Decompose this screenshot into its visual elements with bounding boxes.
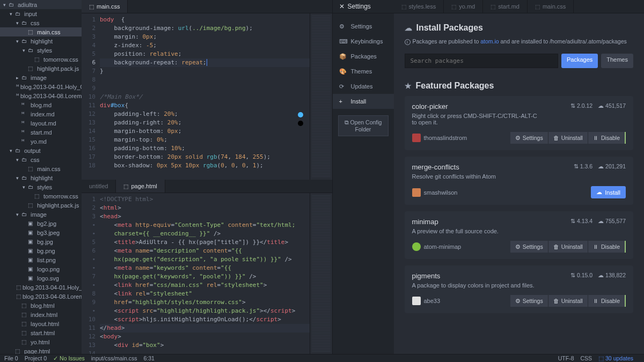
panel-tab[interactable]: ⬚yo.md [444, 0, 483, 13]
tree-item[interactable]: ⬚blog.2013-04-01.Holy_Gr... [0, 283, 82, 292]
html-icon: ⬚ [123, 183, 128, 189]
status-project[interactable]: Project 0 [25, 355, 47, 361]
disable-button[interactable]: ⏸Disable [588, 241, 626, 253]
tree-item[interactable]: ▾🗀highlight [0, 173, 82, 182]
tree-item[interactable]: ▣bg3.jpeg [0, 228, 82, 237]
tree-item[interactable]: ▾🗀input [0, 9, 82, 18]
package-name[interactable]: minimap [412, 218, 438, 226]
tree-item[interactable]: ⬚index.html [0, 310, 82, 319]
tree-item[interactable]: ▾🗀image [0, 210, 82, 219]
editor-pane-bottom[interactable]: 123••56••7•89•1011121314 <!DOCTYPE html>… [82, 193, 332, 354]
tree-item[interactable]: ⬚main.css [0, 164, 82, 173]
panel-tab[interactable]: ⬚start.md [483, 0, 528, 13]
tree-item[interactable]: ⬚highlight.pack.js [0, 64, 82, 73]
tree-item[interactable]: ⬚start.html [0, 328, 82, 337]
tree-item[interactable]: ⬚main.css [0, 27, 82, 36]
tree-item[interactable]: ⬚highlight.pack.js [0, 201, 82, 210]
tree-item[interactable]: ▾🗀css [0, 155, 82, 164]
settings-tab[interactable]: ✕Settings [333, 0, 394, 13]
status-cursor: 6:31 [144, 355, 155, 361]
tree-item[interactable]: ⬚layout.html [0, 319, 82, 328]
tree-item[interactable]: ▣list.png [0, 255, 82, 264]
gear-icon: ⚙ [515, 243, 521, 250]
package-name[interactable]: merge-conflicts [412, 163, 459, 171]
panel-tab[interactable]: ⬚styles.less [394, 0, 444, 13]
search-input[interactable] [405, 54, 558, 68]
tree-item[interactable]: ⬚yo.html [0, 337, 82, 346]
tree-item[interactable]: ᴹblog.2013-04-08.Lorem_I... [0, 91, 82, 100]
tree-item[interactable]: ⬚blog.html [0, 301, 82, 310]
open-config-button[interactable]: ⧉ Open Config Folder [338, 115, 389, 136]
tree-item[interactable]: ᴹstart.md [0, 128, 82, 137]
uninstall-button[interactable]: 🗑Uninstall [548, 132, 588, 144]
themes-icon: 🎨 [339, 68, 348, 75]
package-author[interactable]: smashwilson [412, 188, 458, 197]
tree-item[interactable]: ▣bg.png [0, 246, 82, 255]
filter-packages-button[interactable]: Packages [561, 54, 598, 68]
settings-nav-packages[interactable]: 📦Packages [333, 49, 394, 64]
minimap[interactable] [310, 13, 332, 180]
tree-item[interactable]: ᴹyo.md [0, 137, 82, 146]
tree-item[interactable]: ᴹblog.2013-04-01.Holy_Gr... [0, 82, 82, 91]
editor-pane-top[interactable]: 123456789101112131415161718 body { backg… [82, 13, 332, 180]
tree-item[interactable]: ▾🗀output [0, 146, 82, 155]
package-author[interactable]: abe33 [412, 297, 441, 305]
tree-item[interactable]: ⬚tomorrow.css [0, 55, 82, 64]
settings-nav-install[interactable]: +Install [333, 94, 394, 109]
tree-item[interactable]: ▣logo.svg [0, 274, 82, 283]
tree-item[interactable]: ⬚tomorrow.css [0, 191, 82, 201]
package-name[interactable]: pigments [412, 272, 441, 280]
code-area[interactable]: body { background-image: url(../image/bg… [100, 13, 310, 180]
folder-icon: 🗀 [21, 211, 29, 217]
settings-button[interactable]: ⚙Settings [510, 241, 548, 253]
tree-label: list.png [37, 257, 56, 263]
disable-button[interactable]: ⏸Disable [588, 295, 626, 307]
tree-item[interactable]: ⬚blog.2013-04-08.Lorem_I... [0, 292, 82, 301]
status-file[interactable]: File 0 [4, 355, 18, 361]
file-tree[interactable]: ▾🗀adiultra▾🗀input▾🗀css⬚main.css▾🗀highlig… [0, 0, 82, 354]
nav-label: Install [351, 98, 367, 105]
tree-item[interactable]: ᴹindex.md [0, 109, 82, 119]
tree-item[interactable]: ▾🗀css [0, 18, 82, 27]
tree-item[interactable]: ᴹlayout.md [0, 119, 82, 128]
tree-item[interactable]: ▾🗀adiultra [0, 0, 82, 9]
status-encoding[interactable]: UTF-8 [558, 355, 574, 361]
tree-item[interactable]: ⬚page.html [0, 346, 82, 354]
tree-item[interactable]: ▣bg.jpg [0, 237, 82, 246]
editor-tab[interactable]: ⬚main.css [82, 0, 128, 13]
settings-nav-themes[interactable]: 🎨Themes [333, 64, 394, 79]
package-author[interactable]: thomaslindstrom [412, 134, 467, 142]
status-issues[interactable]: ✓ No Issues [53, 355, 85, 361]
install-button[interactable]: ☁Install [591, 186, 626, 198]
status-updates[interactable]: ⬚ 30 updates [598, 355, 633, 361]
status-grammar[interactable]: CSS [581, 355, 592, 361]
tree-label: output [24, 147, 41, 154]
settings-button[interactable]: ⚙Settings [510, 132, 548, 144]
updates-icon: ⟳ [339, 83, 348, 90]
editor-tab[interactable]: ⬚page.html [116, 180, 165, 193]
settings-button[interactable]: ⚙Settings [510, 295, 548, 307]
status-bar: File 0 Project 0 ✓ No Issues input/css/m… [0, 354, 644, 362]
featured-heading: ★Featured Packages [405, 81, 634, 91]
atom-io-link[interactable]: atom.io [480, 38, 499, 45]
settings-nav-keybindings[interactable]: ⌨Keybindings [333, 34, 394, 49]
package-name[interactable]: color-picker [412, 102, 448, 110]
uninstall-button[interactable]: 🗑Uninstall [548, 295, 588, 307]
settings-nav-settings[interactable]: ⚙Settings [333, 19, 394, 34]
minimap[interactable] [310, 193, 332, 354]
settings-nav-updates[interactable]: ⟳Updates [333, 79, 394, 94]
code-area[interactable]: <!DOCTYPE html><html><head> <meta http-e… [100, 193, 310, 354]
tree-item[interactable]: ᴹblog.md [0, 100, 82, 109]
filter-themes-button[interactable]: Themes [601, 54, 633, 68]
tree-item[interactable]: ▣logo.png [0, 264, 82, 274]
tree-item[interactable]: ▾🗀styles [0, 46, 82, 55]
uninstall-button[interactable]: 🗑Uninstall [548, 241, 588, 253]
package-author[interactable]: atom-minimap [412, 242, 462, 251]
tree-item[interactable]: ▾🗀styles [0, 182, 82, 191]
editor-tab[interactable]: untitled [82, 180, 116, 193]
tree-item[interactable]: ▣bg2.jpg [0, 219, 82, 228]
tree-item[interactable]: ▾🗀highlight [0, 36, 82, 46]
tree-item[interactable]: ▸🗀image [0, 73, 82, 82]
panel-tab[interactable]: ⬚main.css [528, 0, 574, 13]
disable-button[interactable]: ⏸Disable [588, 132, 626, 144]
